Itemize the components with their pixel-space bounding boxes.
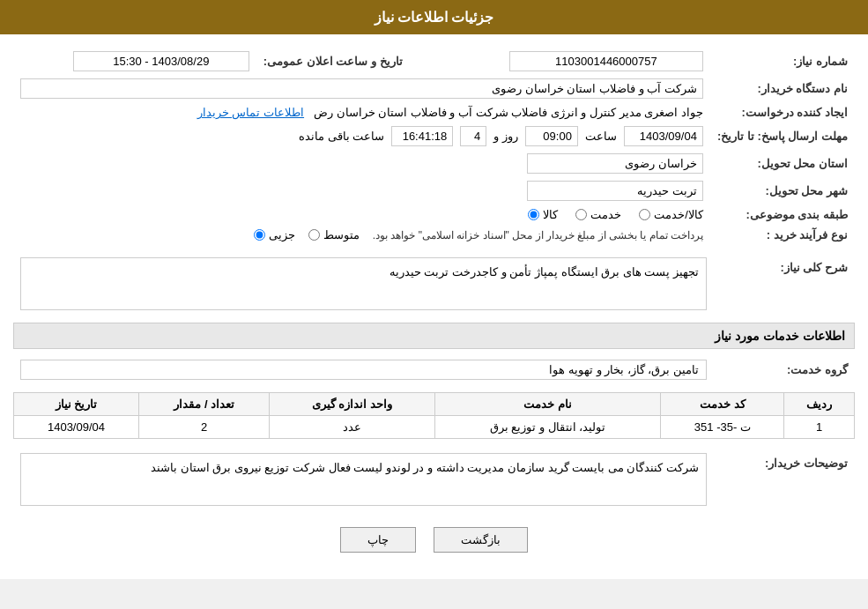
info-table: شماره نیاز: 1103001446000757 تاریخ و ساع… [13, 48, 855, 245]
table-row: 1 ت -35- 351 تولید، انتقال و توزیع برق ع… [14, 416, 855, 439]
announcement-field: 1403/08/29 - 15:30 [73, 51, 249, 71]
main-content: شماره نیاز: 1103001446000757 تاریخ و ساع… [0, 34, 868, 579]
purchase-note: پرداخت تمام یا بخشی از مبلغ خریدار از مح… [373, 229, 703, 241]
deadline-label: مهلت ارسال پاسخ: تا تاریخ: [710, 123, 855, 150]
service-group-field: تامین برق، گاز، بخار و تهویه هوا [20, 360, 707, 380]
category-kala-khadamat-option: کالا/خدمت [639, 208, 703, 221]
description-row: شرح کلی نیاز: تجهیز پست های برق ایستگاه … [13, 254, 855, 314]
creator-value: جواد اصغری مدیر کنترل و انرژی فاضلاب شرک… [13, 102, 710, 123]
response-remaining-field: 16:41:18 [391, 126, 453, 146]
category-kala-radio[interactable] [528, 209, 539, 220]
category-kala-khadamat-radio[interactable] [639, 209, 650, 220]
services-table-header-row: ردیف کد خدمت نام خدمت واحد اندازه گیری ت… [14, 393, 855, 416]
notes-table: توضیحات خریدار: شرکت کنندگان می بایست گر… [13, 449, 855, 509]
category-label: طبقه بندی موضوعی: [710, 204, 855, 225]
category-kala-khadamat-label: کالا/خدمت [654, 208, 703, 221]
services-table-body: 1 ت -35- 351 تولید، انتقال و توزیع برق ع… [14, 416, 855, 439]
notes-field: شرکت کنندگان می بایست گرید سازمان مدیریت… [20, 453, 707, 506]
col-service-code: کد خدمت [661, 393, 784, 416]
announcement-label: تاریخ و ساعت اعلان عمومی: [256, 48, 410, 75]
need-number-row: شماره نیاز: 1103001446000757 تاریخ و ساع… [13, 48, 855, 75]
announcement-value: 1403/08/29 - 15:30 [13, 48, 256, 75]
purchase-jozvi-option: جزیی [254, 228, 295, 241]
city-label: شهر محل تحویل: [710, 177, 855, 204]
purchase-type-row: نوع فرآیند خرید : پرداخت تمام یا بخشی از… [13, 225, 855, 245]
time-label: ساعت [585, 130, 617, 143]
service-group-label: گروه خدمت: [714, 356, 855, 383]
category-khadamat-option: خدمت [575, 208, 621, 221]
description-table: شرح کلی نیاز: تجهیز پست های برق ایستگاه … [13, 254, 855, 314]
cell-quantity: 2 [138, 416, 269, 439]
buttons-row: بازگشت چاپ [13, 527, 855, 553]
service-group-row: گروه خدمت: تامین برق، گاز، بخار و تهویه … [13, 356, 855, 383]
service-group-value-cell: تامین برق، گاز، بخار و تهویه هوا [13, 356, 714, 383]
notes-value-cell: شرکت کنندگان می بایست گرید سازمان مدیریت… [13, 449, 714, 509]
category-khadamat-radio[interactable] [575, 209, 587, 220]
city-field: تربت حیدریه [527, 181, 703, 201]
buyer-org-field: شرکت آب و فاضلاب استان خراسان رضوی [20, 78, 703, 99]
purchase-type-label: نوع فرآیند خرید : [710, 225, 855, 245]
need-number-value: 1103001446000757 [445, 48, 710, 75]
purchase-type-value: پرداخت تمام یا بخشی از مبلغ خریدار از مح… [13, 225, 710, 245]
description-value-cell: تجهیز پست های برق ایستگاه پمپاژ تأمن و ک… [13, 254, 714, 314]
province-value: خراسان رضوی [13, 150, 710, 177]
col-quantity: تعداد / مقدار [138, 393, 269, 416]
province-row: استان محل تحویل: خراسان رضوی [13, 150, 855, 177]
purchase-motavasset-label: متوسط [323, 228, 360, 241]
notes-row: توضیحات خریدار: شرکت کنندگان می بایست گر… [13, 449, 855, 509]
creator-link[interactable]: اطلاعات تماس خریدار [197, 106, 304, 119]
need-number-field: 1103001446000757 [509, 51, 703, 71]
cell-unit: عدد [270, 416, 434, 439]
creator-name: جواد اصغری مدیر کنترل و انرژی فاضلاب شرک… [314, 106, 703, 119]
services-table-head: ردیف کد خدمت نام خدمت واحد اندازه گیری ت… [14, 393, 855, 416]
creator-label: ایجاد کننده درخواست: [710, 102, 855, 123]
category-value: کالا/خدمت خدمت کالا [13, 204, 710, 225]
services-table: ردیف کد خدمت نام خدمت واحد اندازه گیری ت… [13, 392, 855, 439]
page-header: جزئیات اطلاعات نیاز [0, 0, 868, 34]
city-row: شهر محل تحویل: تربت حیدریه [13, 177, 855, 204]
cell-row-num: 1 [784, 416, 855, 439]
col-date: تاریخ نیاز [14, 393, 139, 416]
day-label: روز و [493, 130, 518, 143]
service-group-table: گروه خدمت: تامین برق، گاز، بخار و تهویه … [13, 356, 855, 383]
purchase-jozvi-radio[interactable] [254, 229, 265, 241]
city-value: تربت حیدریه [13, 177, 710, 204]
description-field: تجهیز پست های برق ایستگاه پمپاژ تأمن و ک… [20, 257, 707, 310]
description-label: شرح کلی نیاز: [714, 254, 855, 314]
cell-date: 1403/09/04 [14, 416, 139, 439]
purchase-jozvi-label: جزیی [269, 228, 295, 241]
response-time-field: 09:00 [525, 126, 578, 146]
col-service-name: نام خدمت [434, 393, 661, 416]
province-label: استان محل تحویل: [710, 150, 855, 177]
buyer-org-label: نام دستگاه خریدار: [710, 75, 855, 102]
buyer-org-row: نام دستگاه خریدار: شرکت آب و فاضلاب استا… [13, 75, 855, 102]
print-button[interactable]: چاپ [340, 527, 416, 553]
category-kala-option: کالا [528, 208, 558, 221]
services-section-header: اطلاعات خدمات مورد نیاز [13, 323, 855, 349]
category-row: طبقه بندی موضوعی: کالا/خدمت خدمت کالا [13, 204, 855, 225]
deadline-value: 1403/09/04 ساعت 09:00 روز و 4 16:41:18 س… [13, 123, 710, 150]
cell-service-code: ت -35- 351 [661, 416, 784, 439]
response-day-field: 4 [460, 126, 486, 146]
need-number-label: شماره نیاز: [710, 48, 855, 75]
deadline-row: مهلت ارسال پاسخ: تا تاریخ: 1403/09/04 سا… [13, 123, 855, 150]
notes-label: توضیحات خریدار: [714, 449, 855, 509]
col-row: ردیف [784, 393, 855, 416]
back-button[interactable]: بازگشت [434, 527, 528, 553]
creator-row: ایجاد کننده درخواست: جواد اصغری مدیر کنت… [13, 102, 855, 123]
purchase-motavasset-option: متوسط [308, 228, 360, 241]
buyer-org-value: شرکت آب و فاضلاب استان خراسان رضوی [13, 75, 710, 102]
category-khadamat-label: خدمت [590, 208, 621, 221]
province-field: خراسان رضوی [527, 153, 703, 174]
purchase-motavasset-radio[interactable] [308, 229, 320, 241]
category-kala-label: کالا [543, 208, 558, 221]
remaining-label: ساعت باقی مانده [299, 130, 384, 143]
page-wrapper: جزئیات اطلاعات نیاز شماره نیاز: 11030014… [0, 0, 868, 579]
spacer1 [410, 48, 445, 75]
cell-service-name: تولید، انتقال و توزیع برق [434, 416, 661, 439]
page-title: جزئیات اطلاعات نیاز [375, 10, 494, 25]
response-date-field: 1403/09/04 [624, 126, 703, 146]
col-unit: واحد اندازه گیری [270, 393, 434, 416]
